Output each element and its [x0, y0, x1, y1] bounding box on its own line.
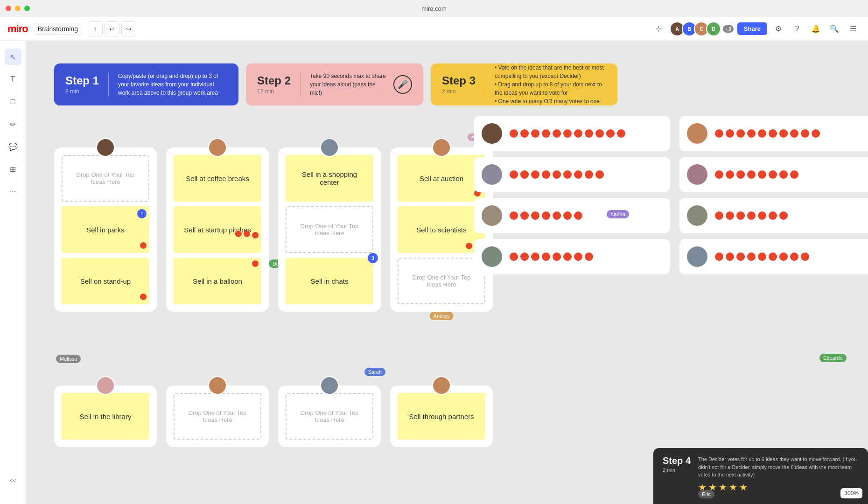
- settings-icon[interactable]: ⚙: [771, 21, 786, 36]
- step4-info: Step 4 2 min: [663, 455, 691, 473]
- col3-avatar: [320, 138, 339, 157]
- step-cards: Step 1 2 min Copy/paste (or drag and dro…: [54, 63, 617, 105]
- redo-button[interactable]: ↪: [121, 21, 136, 36]
- step1-divider: [108, 73, 109, 96]
- col2-note-3-text: Sell in a balloon: [193, 277, 242, 285]
- step4-desc: The Decider votes for up to 6 ideas they…: [698, 455, 859, 479]
- column-3: Sell in a shopping center Drop One of Yo…: [278, 147, 381, 312]
- col2-dot-top: [252, 260, 259, 268]
- col2-avatar: [208, 138, 227, 157]
- voting-panel-right: [679, 116, 868, 280]
- col4-note-1[interactable]: Sell at auction: [398, 155, 485, 202]
- vote-dots-1: [510, 129, 663, 138]
- mic-icon: 🎤: [393, 75, 412, 94]
- bcol3-avatar-img: [320, 376, 339, 395]
- minimize-button[interactable]: [15, 6, 21, 11]
- vote-row-3: [474, 198, 670, 233]
- toolbar: miro Brainstorming ↑ ↩ ↪ ⊹ A B C D +3 Sh…: [0, 17, 868, 41]
- board-title[interactable]: Brainstorming: [34, 23, 82, 35]
- notifications-icon[interactable]: 🔔: [808, 21, 823, 36]
- frame-tool[interactable]: ⊞: [5, 161, 21, 177]
- column-1: Drop One of Your Top Ideas Here Sell in …: [54, 147, 157, 312]
- col1-dot-2: [140, 294, 147, 301]
- pen-tool[interactable]: ✏: [5, 116, 21, 133]
- bcol2-note: Drop One of Your Top Ideas Here: [174, 393, 261, 440]
- bcol2-avatar-img: [208, 376, 227, 395]
- bcol1-note[interactable]: Sell in the library: [62, 393, 149, 440]
- vote-dots-r3: [715, 211, 868, 220]
- col1-avatar-img: [96, 138, 115, 157]
- help-icon[interactable]: ?: [790, 21, 805, 36]
- col3-note-3-text: Sell in chats: [311, 277, 349, 285]
- bcol4-avatar-img: [432, 376, 451, 395]
- col2-note-2[interactable]: Sell at startup pitches: [174, 206, 261, 253]
- vote-dots-r1: [715, 129, 868, 138]
- vote-avatar-r4: [687, 246, 707, 267]
- vote-dots-2: [510, 170, 663, 179]
- sarah-label: Sarah: [364, 368, 385, 376]
- col1-note-2[interactable]: Sell in parks 1: [62, 206, 149, 253]
- col2-avatar-img: [208, 138, 227, 157]
- cursor-tool[interactable]: ↖: [5, 49, 21, 65]
- column-1-wrapper: Drop One of Your Top Ideas Here Sell in …: [54, 147, 157, 312]
- chat-badge-3: 3: [368, 253, 378, 263]
- search-icon[interactable]: 🔍: [827, 21, 842, 36]
- close-button[interactable]: [6, 6, 11, 11]
- vote-row-2: [474, 157, 670, 192]
- step2-desc: Take 90 seconds max to share your ideas …: [310, 72, 386, 97]
- step1-desc: Copy/paste (or drag and drop) up to 3 of…: [118, 72, 227, 97]
- undo-button[interactable]: ↩: [105, 21, 119, 36]
- eric-label: Eric: [698, 490, 714, 498]
- text-tool[interactable]: T: [5, 71, 21, 88]
- vote-row-r2: [679, 157, 868, 192]
- col2-note-3[interactable]: Sell in a balloon: [174, 258, 261, 304]
- col3-note-3[interactable]: 3 Sell in chats: [286, 258, 373, 304]
- karina-label: Karina: [607, 210, 629, 218]
- toolbar-right: ⊹ A B C D +3 Share ⚙ ? 🔔 🔍 ☰: [651, 21, 861, 36]
- col2-note-1-text: Sell at coffee breaks: [186, 175, 249, 182]
- bottom-col-3-wrapper: Sarah Drop One of Your Top Ideas Here: [278, 385, 381, 447]
- step3-desc: • Vote on the ideas that are the best or…: [495, 63, 606, 105]
- col4-note-2[interactable]: Sell to scientists: [398, 206, 485, 253]
- vote-avatar-r3: [687, 205, 707, 226]
- miro-logo[interactable]: miro: [7, 23, 28, 35]
- col3-avatar-img: [320, 138, 339, 157]
- bcol4-note-text: Sell through partners: [409, 413, 474, 420]
- column-3-wrapper: Sell in a shopping center Drop One of Yo…: [278, 147, 381, 312]
- share-button[interactable]: Share: [737, 22, 767, 35]
- comment-tool[interactable]: 💬: [5, 138, 21, 155]
- export-button[interactable]: ↑: [88, 21, 103, 36]
- title-bar: miro.com: [0, 0, 868, 17]
- col4-avatar: [432, 138, 451, 157]
- col1-note-3[interactable]: Sell on stand-up: [62, 258, 149, 304]
- avatar-4: D: [706, 21, 721, 36]
- vote-avatar-1: [482, 123, 502, 144]
- bcol1-avatar-img: [96, 376, 115, 395]
- step2-divider: [300, 73, 301, 96]
- bottom-col-1-wrapper: Sell in the library: [54, 385, 157, 447]
- cursor-mode-button[interactable]: ⊹: [651, 21, 666, 36]
- step2-min: 12 min: [257, 88, 291, 95]
- col4-avatar-img: [432, 138, 451, 157]
- step4-card: Step 4 2 min The Decider votes for up to…: [653, 448, 868, 504]
- bcol4-note[interactable]: Sell through partners: [398, 393, 485, 440]
- sidebar-expand[interactable]: <<: [7, 476, 20, 485]
- maximize-button[interactable]: [24, 6, 30, 11]
- col1-dot-1: [140, 242, 147, 250]
- bcol3-note: Drop One of Your Top Ideas Here: [286, 393, 373, 440]
- zoom-indicator: 300%: [840, 488, 862, 498]
- step1-min: 2 min: [65, 88, 99, 95]
- vote-dots-3: [510, 211, 663, 220]
- bottom-col-4-wrapper: Sell through partners: [390, 385, 493, 447]
- sticky-note-tool[interactable]: □: [5, 93, 21, 110]
- window-controls: [6, 6, 30, 11]
- col1-note-1: Drop One of Your Top Ideas Here: [62, 155, 149, 202]
- bcol4-avatar: [432, 376, 451, 395]
- bcol1-avatar: [96, 376, 115, 395]
- bottom-col-2-wrapper: Drop One of Your Top Ideas Here: [166, 385, 269, 447]
- menu-icon[interactable]: ☰: [846, 21, 861, 36]
- col2-note-1[interactable]: Sell at coffee breaks: [174, 155, 261, 202]
- col3-note-1[interactable]: Sell in a shopping center: [286, 155, 373, 202]
- bcol3-avatar: [320, 376, 339, 395]
- more-tools[interactable]: ···: [5, 183, 21, 200]
